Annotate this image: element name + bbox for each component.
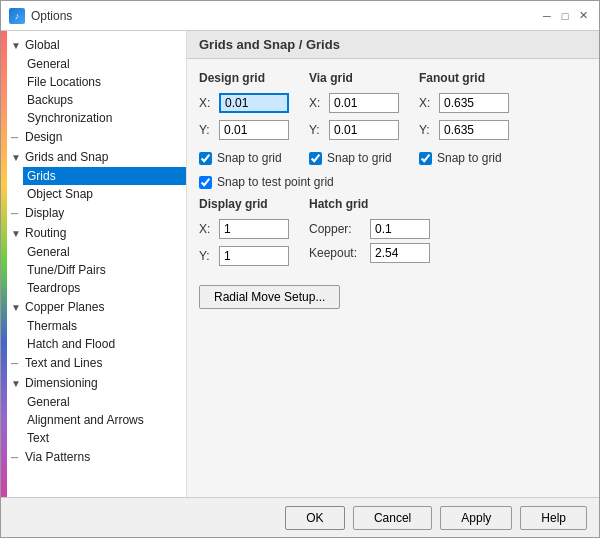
display-grid-y-label: Y:: [199, 249, 213, 263]
design-grid-title: Design grid: [199, 71, 289, 85]
design-grid-y-input[interactable]: [219, 120, 289, 140]
sidebar-item-general-routing[interactable]: General: [23, 243, 186, 261]
sidebar-item-text-dim[interactable]: Text: [23, 429, 186, 447]
cancel-button[interactable]: Cancel: [353, 506, 432, 530]
design-grid-snap-checkbox[interactable]: [199, 152, 212, 165]
sidebar-label-display: Display: [25, 206, 64, 220]
design-grid-x-label: X:: [199, 96, 213, 110]
radial-move-button[interactable]: Radial Move Setup...: [199, 285, 340, 309]
via-grid-y-row: Y:: [309, 120, 399, 140]
sidebar: ▼ Global General File Locations Backups …: [7, 31, 187, 497]
sidebar-item-general-dim[interactable]: General: [23, 393, 186, 411]
title-bar-controls: ─ □ ✕: [539, 8, 591, 24]
expand-icon-text-lines: ─: [11, 358, 25, 369]
fanout-grid-title: Fanout grid: [419, 71, 509, 85]
via-grid-snap-label: Snap to grid: [327, 151, 392, 165]
design-grid-x-row: X:: [199, 93, 289, 113]
sidebar-item-hatch-flood[interactable]: Hatch and Flood: [23, 335, 186, 353]
display-grid-x-input[interactable]: [219, 219, 289, 239]
hatch-keepout-input[interactable]: [370, 243, 430, 263]
fanout-grid-snap-row: Snap to grid: [419, 151, 509, 165]
fanout-grid-x-input[interactable]: [439, 93, 509, 113]
via-grid-x-input[interactable]: [329, 93, 399, 113]
minimize-button[interactable]: ─: [539, 8, 555, 24]
sidebar-item-display[interactable]: ─ Display: [7, 203, 186, 223]
ok-button[interactable]: OK: [285, 506, 345, 530]
options-window: ♪ Options ─ □ ✕ ▼ Global General File Lo: [0, 0, 600, 538]
right-panel: Grids and Snap / Grids Design grid X: Y:: [187, 31, 599, 497]
panel-header: Grids and Snap / Grids: [187, 31, 599, 59]
sidebar-item-alignment-arrows[interactable]: Alignment and Arrows: [23, 411, 186, 429]
via-grid-y-label: Y:: [309, 123, 323, 137]
fanout-grid-x-row: X:: [419, 93, 509, 113]
sidebar-label-grids-snap: Grids and Snap: [25, 150, 108, 164]
expand-icon-dimensioning: ▼: [11, 378, 25, 389]
display-grid-y-input[interactable]: [219, 246, 289, 266]
fanout-grid-y-row: Y:: [419, 120, 509, 140]
hatch-keepout-row: Keepout:: [309, 243, 430, 263]
dimensioning-children: General Alignment and Arrows Text: [7, 393, 186, 447]
close-button[interactable]: ✕: [575, 8, 591, 24]
sidebar-item-file-locations[interactable]: File Locations: [23, 73, 186, 91]
title-bar: ♪ Options ─ □ ✕: [1, 1, 599, 31]
sidebar-item-grids[interactable]: Grids: [23, 167, 186, 185]
sidebar-item-thermals[interactable]: Thermals: [23, 317, 186, 335]
top-grid-section: Design grid X: Y: Snap to grid: [199, 71, 587, 165]
display-grid-title: Display grid: [199, 197, 289, 211]
window-title: Options: [31, 9, 72, 23]
fanout-grid-y-input[interactable]: [439, 120, 509, 140]
design-grid-snap-row: Snap to grid: [199, 151, 289, 165]
expand-icon-global: ▼: [11, 40, 25, 51]
display-grid-box: Display grid X: Y:: [199, 197, 289, 269]
sidebar-item-dimensioning[interactable]: ▼ Dimensioning: [7, 373, 186, 393]
apply-button[interactable]: Apply: [440, 506, 512, 530]
sidebar-label-routing: Routing: [25, 226, 66, 240]
sidebar-item-via-patterns[interactable]: ─ Via Patterns: [7, 447, 186, 467]
title-bar-left: ♪ Options: [9, 8, 72, 24]
sidebar-label-global: Global: [25, 38, 60, 52]
expand-icon-display: ─: [11, 208, 25, 219]
design-grid-y-row: Y:: [199, 120, 289, 140]
bottom-bar: OK Cancel Apply Help: [1, 497, 599, 537]
sidebar-item-teardrops[interactable]: Teardrops: [23, 279, 186, 297]
expand-icon-routing: ▼: [11, 228, 25, 239]
sidebar-item-backups[interactable]: Backups: [23, 91, 186, 109]
design-grid-snap-label: Snap to grid: [217, 151, 282, 165]
display-grid-x-row: X:: [199, 219, 289, 239]
sidebar-label-via: Via Patterns: [25, 450, 90, 464]
panel-body: Design grid X: Y: Snap to grid: [187, 59, 599, 497]
fanout-grid-snap-checkbox[interactable]: [419, 152, 432, 165]
via-grid-snap-row: Snap to grid: [309, 151, 399, 165]
via-grid-x-row: X:: [309, 93, 399, 113]
hatch-grid-title: Hatch grid: [309, 197, 430, 211]
snap-test-label: Snap to test point grid: [217, 175, 334, 189]
sidebar-item-routing[interactable]: ▼ Routing: [7, 223, 186, 243]
hatch-copper-row: Copper:: [309, 219, 430, 239]
design-grid-x-input[interactable]: [219, 93, 289, 113]
via-grid-snap-checkbox[interactable]: [309, 152, 322, 165]
hatch-copper-input[interactable]: [370, 219, 430, 239]
maximize-button[interactable]: □: [557, 8, 573, 24]
sidebar-item-copper-planes[interactable]: ▼ Copper Planes: [7, 297, 186, 317]
expand-icon-copper: ▼: [11, 302, 25, 313]
fanout-grid-x-label: X:: [419, 96, 433, 110]
sidebar-item-general-global[interactable]: General: [23, 55, 186, 73]
sidebar-item-text-lines[interactable]: ─ Text and Lines: [7, 353, 186, 373]
design-grid-y-label: Y:: [199, 123, 213, 137]
sidebar-label-design: Design: [25, 130, 62, 144]
sidebar-item-design[interactable]: ─ Design: [7, 127, 186, 147]
fanout-grid-snap-label: Snap to grid: [437, 151, 502, 165]
help-button[interactable]: Help: [520, 506, 587, 530]
via-grid-y-input[interactable]: [329, 120, 399, 140]
sidebar-item-global[interactable]: ▼ Global: [7, 35, 186, 55]
display-grid-x-label: X:: [199, 222, 213, 236]
snap-test-checkbox[interactable]: [199, 176, 212, 189]
sidebar-label-text-lines: Text and Lines: [25, 356, 102, 370]
sidebar-item-grids-and-snap[interactable]: ▼ Grids and Snap: [7, 147, 186, 167]
sidebar-item-object-snap[interactable]: Object Snap: [23, 185, 186, 203]
sidebar-item-tune-diff-pairs[interactable]: Tune/Diff Pairs: [23, 261, 186, 279]
display-grid-y-row: Y:: [199, 246, 289, 266]
lower-section: Display grid X: Y: Hatch grid: [199, 197, 587, 269]
via-grid-box: Via grid X: Y: Snap to grid: [309, 71, 399, 165]
sidebar-item-synchronization[interactable]: Synchronization: [23, 109, 186, 127]
